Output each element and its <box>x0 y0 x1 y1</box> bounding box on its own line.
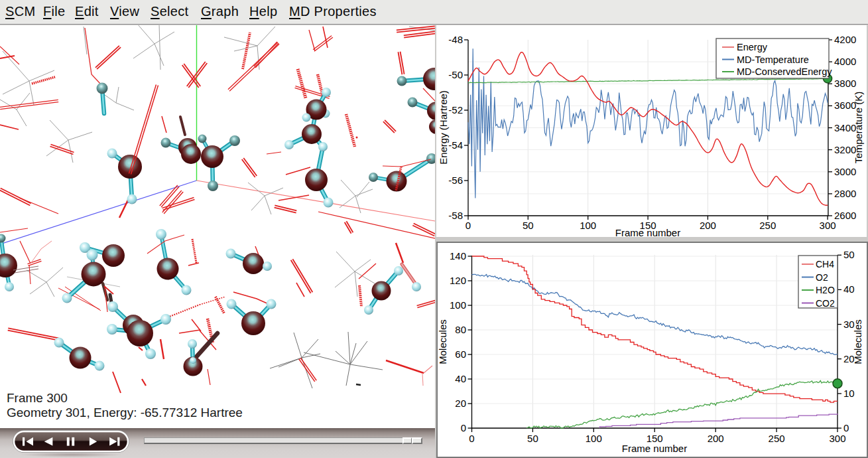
svg-text:300: 300 <box>829 433 845 444</box>
svg-text:Energy (Hartree): Energy (Hartree) <box>438 90 449 165</box>
svg-text:80: 80 <box>455 324 466 335</box>
svg-text:H2O: H2O <box>816 285 835 295</box>
svg-text:2800: 2800 <box>834 188 856 199</box>
svg-text:4000: 4000 <box>834 56 856 67</box>
svg-text:120: 120 <box>450 275 466 286</box>
svg-text:50: 50 <box>527 433 538 444</box>
svg-text:Energy: Energy <box>737 42 768 52</box>
svg-text:50: 50 <box>523 220 534 231</box>
svg-text:0: 0 <box>461 422 466 433</box>
svg-text:140: 140 <box>450 250 466 262</box>
svg-text:-54: -54 <box>448 139 463 151</box>
svg-text:Frame number: Frame number <box>622 443 687 454</box>
svg-text:0: 0 <box>469 433 474 444</box>
svg-text:CO2: CO2 <box>816 298 835 309</box>
svg-text:60: 60 <box>455 348 466 360</box>
svg-text:0: 0 <box>843 422 849 433</box>
svg-text:-48: -48 <box>448 34 463 45</box>
svg-text:Molecules: Molecules <box>852 319 863 364</box>
svg-text:100: 100 <box>580 220 596 231</box>
svg-text:O2: O2 <box>816 272 828 283</box>
svg-text:Frame number: Frame number <box>615 227 680 238</box>
svg-text:2600: 2600 <box>834 210 856 221</box>
svg-text:-58: -58 <box>448 210 463 221</box>
svg-text:200: 200 <box>708 433 724 444</box>
svg-text:CH4: CH4 <box>816 259 834 269</box>
svg-text:-52: -52 <box>448 104 463 115</box>
svg-text:250: 250 <box>759 220 776 231</box>
svg-text:Temperature (K): Temperature (K) <box>853 92 864 163</box>
svg-text:40: 40 <box>843 283 855 295</box>
svg-text:3800: 3800 <box>834 78 856 89</box>
svg-text:10: 10 <box>843 388 855 399</box>
svg-text:-56: -56 <box>448 175 463 186</box>
svg-text:100: 100 <box>586 433 602 444</box>
svg-text:50: 50 <box>843 249 855 260</box>
svg-text:250: 250 <box>769 433 785 444</box>
svg-text:MD-ConservedEnergy: MD-ConservedEnergy <box>737 66 832 77</box>
svg-text:3000: 3000 <box>834 166 856 177</box>
svg-text:0: 0 <box>465 220 471 231</box>
svg-text:100: 100 <box>450 299 466 311</box>
svg-text:Molecules: Molecules <box>437 319 448 364</box>
svg-text:-50: -50 <box>448 69 463 80</box>
svg-text:4200: 4200 <box>834 34 856 45</box>
svg-text:200: 200 <box>700 220 716 231</box>
svg-text:300: 300 <box>820 220 836 231</box>
svg-text:20: 20 <box>455 398 466 409</box>
svg-text:MD-Temperature: MD-Temperature <box>737 54 809 65</box>
svg-text:40: 40 <box>455 373 466 384</box>
